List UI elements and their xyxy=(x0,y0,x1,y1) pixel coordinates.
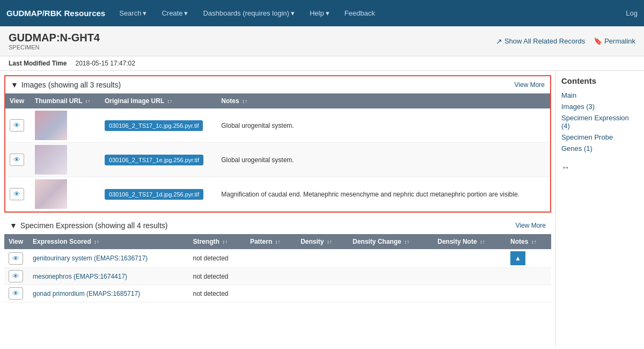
expression-section-header: ▼ Specimen Expression (showing all 4 res… xyxy=(4,217,551,234)
col-notes: Notes ↕↑ xyxy=(217,93,550,108)
images-section-title: ▼ Images (showing all 3 results) xyxy=(11,81,121,89)
notes-cell xyxy=(506,285,551,302)
view-cell: 👁 xyxy=(5,143,31,177)
eye-button[interactable]: 👁 xyxy=(10,119,24,132)
thumbnail-image xyxy=(35,111,67,140)
images-table-header-row: View Thumbnail URL ↕↑ Original Image URL… xyxy=(5,93,550,108)
col-view: View xyxy=(4,234,28,249)
scroll-top-button[interactable]: ▲ xyxy=(510,251,525,265)
page-title: GUDMAP:N-GHT4 xyxy=(9,32,100,44)
col-pattern: Pattern ↕↑ xyxy=(246,234,296,249)
expression-section-title: ▼ Specimen Expression (showing all 4 res… xyxy=(10,221,168,230)
table-row: 👁 gonad primordium (EMAPS:1685717) not d… xyxy=(4,285,551,302)
density-change-cell xyxy=(348,268,433,285)
expression-section: ▼ Specimen Expression (showing all 4 res… xyxy=(4,217,551,302)
thumbnail-image xyxy=(35,179,67,209)
nav-create[interactable]: Create ▾ xyxy=(158,7,191,19)
main-layout: ▼ Images (showing all 3 results) View Mo… xyxy=(0,71,644,346)
view-cell: 👁 xyxy=(4,249,28,268)
col-thumbnail-url: Thumbnail URL ↕↑ xyxy=(31,93,100,108)
col-density: Density ↕↑ xyxy=(296,234,348,249)
page-header: GUDMAP:N-GHT4 SPECIMEN ↗ Show All Relate… xyxy=(0,26,644,56)
images-section: ▼ Images (showing all 3 results) View Mo… xyxy=(4,75,551,213)
expand-icon: ↗ xyxy=(496,37,502,46)
col-strength: Strength ↕↑ xyxy=(188,234,245,249)
chevron-down-icon: ▼ xyxy=(11,81,18,89)
col-notes: Notes ↕↑ xyxy=(506,234,551,249)
eye-button[interactable]: 👁 xyxy=(10,154,24,166)
col-original-image-url: Original Image URL ↕↑ xyxy=(100,93,217,108)
eye-button[interactable]: 👁 xyxy=(10,188,24,200)
page-subtitle: SPECIMEN xyxy=(9,44,100,50)
density-change-cell xyxy=(348,285,433,302)
expression-link[interactable]: mesonephros (EMAPS:1674417) xyxy=(33,273,127,280)
top-navigation: GUDMAP/RBK Resources Search ▾ Create ▾ D… xyxy=(0,0,644,26)
table-row: 👁 mesonephros (EMAPS:1674417) not detect… xyxy=(4,268,551,285)
notes-cell xyxy=(506,268,551,285)
chevron-down-icon: ▼ xyxy=(10,221,17,230)
expression-link[interactable]: gonad primordium (EMAPS:1685717) xyxy=(33,290,140,297)
pattern-cell xyxy=(246,268,296,285)
modified-time-bar: Last Modified Time 2018-05-15 17:47:02 xyxy=(0,56,644,71)
sidebar-item-images[interactable]: Images (3) xyxy=(561,101,639,112)
nav-help[interactable]: Help ▾ xyxy=(306,7,333,19)
table-row: 👁 030106_2_TS17_1e.jpg.256.pyr.tif Globa… xyxy=(5,143,550,177)
view-cell: 👁 xyxy=(5,108,31,143)
bookmark-icon: 🔖 xyxy=(594,37,602,45)
notes-cell: ▲ xyxy=(506,249,551,268)
col-view: View xyxy=(5,93,31,108)
images-view-more-link[interactable]: View More xyxy=(515,81,545,89)
eye-button[interactable]: 👁 xyxy=(9,287,23,300)
original-image-url-cell: 030106_2_TS17_1d.jpg.256.pyr.tif xyxy=(100,177,217,212)
url-badge[interactable]: 030106_2_TS17_1d.jpg.256.pyr.tif xyxy=(105,189,203,200)
permalink-link[interactable]: 🔖 Permalink xyxy=(594,37,635,45)
sidebar-title: Contents xyxy=(561,76,639,85)
sidebar-item-main[interactable]: Main xyxy=(561,90,639,101)
brand-logo[interactable]: GUDMAP/RBK Resources xyxy=(6,9,105,18)
table-row: 👁 genitourinary system (EMAPS:1636717) n… xyxy=(4,249,551,268)
expression-scored-cell: genitourinary system (EMAPS:1636717) xyxy=(28,249,188,268)
table-row: 👁 030106_2_TS17_1d.jpg.256.pyr.tif Magni… xyxy=(5,177,550,212)
header-actions: ↗ Show All Related Records 🔖 Permalink xyxy=(496,37,635,46)
thumbnail-cell xyxy=(31,108,100,143)
view-cell: 👁 xyxy=(5,177,31,212)
sidebar-item-specimen-expression[interactable]: Specimen Expression (4) xyxy=(561,112,639,132)
col-density-change: Density Change ↕↑ xyxy=(348,234,433,249)
sidebar-item-specimen-probe[interactable]: Specimen Probe xyxy=(561,132,639,143)
nav-feedback[interactable]: Feedback xyxy=(341,7,378,19)
expression-scored-cell: gonad primordium (EMAPS:1685717) xyxy=(28,285,188,302)
expression-link[interactable]: genitourinary system (EMAPS:1636717) xyxy=(33,255,148,262)
eye-button[interactable]: 👁 xyxy=(9,270,23,282)
sidebar-item-genes[interactable]: Genes (1) xyxy=(561,143,639,154)
nav-dashboards[interactable]: Dashboards (requires login) ▾ xyxy=(200,7,297,19)
density-cell xyxy=(296,285,348,302)
expression-view-more-link[interactable]: View More xyxy=(516,222,546,229)
density-note-cell xyxy=(433,249,506,268)
notes-cell: Global urogenital system. xyxy=(217,143,550,177)
density-note-cell xyxy=(433,285,506,302)
col-expression-scored: Expression Scored ↕↑ xyxy=(28,234,188,249)
thumbnail-cell xyxy=(31,143,100,177)
nav-search[interactable]: Search ▾ xyxy=(116,7,150,19)
images-table: View Thumbnail URL ↕↑ Original Image URL… xyxy=(5,93,550,212)
modified-time-value: 2018-05-15 17:47:02 xyxy=(75,60,135,67)
density-cell xyxy=(296,249,348,268)
title-block: GUDMAP:N-GHT4 SPECIMEN xyxy=(9,32,100,50)
login-button[interactable]: Log xyxy=(626,9,638,17)
eye-button[interactable]: 👁 xyxy=(9,252,23,265)
url-badge[interactable]: 030106_2_TS17_1e.jpg.256.pyr.tif xyxy=(105,155,203,165)
modified-time-label: Last Modified Time xyxy=(9,60,67,67)
url-badge[interactable]: 030106_2_TS17_1c.jpg.256.pyr.tif xyxy=(105,120,203,131)
density-change-cell xyxy=(348,249,433,268)
original-image-url-cell: 030106_2_TS17_1e.jpg.256.pyr.tif xyxy=(100,143,217,177)
strength-cell: not detected xyxy=(188,285,245,302)
pattern-cell xyxy=(246,285,296,302)
collapse-sidebar-button[interactable]: ↔ xyxy=(561,163,639,172)
sidebar: Contents Main Images (3) Specimen Expres… xyxy=(555,71,644,346)
col-density-note: Density Note ↕↑ xyxy=(433,234,506,249)
strength-cell: not detected xyxy=(188,249,245,268)
show-related-records-link[interactable]: ↗ Show All Related Records xyxy=(496,37,585,46)
expression-table: View Expression Scored ↕↑ Strength ↕↑ Pa… xyxy=(4,234,551,302)
strength-cell: not detected xyxy=(188,268,245,285)
expression-scored-cell: mesonephros (EMAPS:1674417) xyxy=(28,268,188,285)
